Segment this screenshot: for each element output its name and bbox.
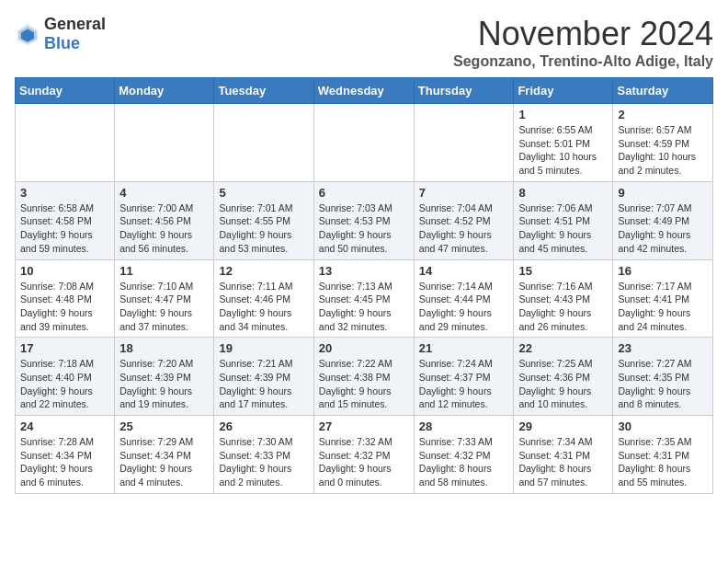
day-number: 22 xyxy=(518,341,608,355)
day-number: 5 xyxy=(219,186,308,200)
day-number: 6 xyxy=(319,186,409,200)
day-info: Sunrise: 7:18 AM Sunset: 4:40 PM Dayligh… xyxy=(20,357,109,411)
day-number: 25 xyxy=(119,419,209,433)
day-info: Sunrise: 7:01 AM Sunset: 4:55 PM Dayligh… xyxy=(219,201,308,256)
calendar-cell: 19Sunrise: 7:21 AM Sunset: 4:39 PM Dayli… xyxy=(214,338,313,416)
calendar-header-row: SundayMondayTuesdayWednesdayThursdayFrid… xyxy=(16,78,713,104)
calendar-cell: 28Sunrise: 7:33 AM Sunset: 4:32 PM Dayli… xyxy=(414,416,514,494)
day-info: Sunrise: 7:35 AM Sunset: 4:31 PM Dayligh… xyxy=(618,435,708,489)
day-number: 20 xyxy=(319,341,409,355)
day-number: 21 xyxy=(419,341,509,355)
calendar-cell: 29Sunrise: 7:34 AM Sunset: 4:31 PM Dayli… xyxy=(514,416,613,494)
day-number: 10 xyxy=(20,264,109,278)
day-info: Sunrise: 7:33 AM Sunset: 4:32 PM Dayligh… xyxy=(419,435,509,489)
day-number: 29 xyxy=(518,419,608,433)
calendar-cell: 1Sunrise: 6:55 AM Sunset: 5:01 PM Daylig… xyxy=(514,104,613,182)
day-number: 7 xyxy=(419,186,509,200)
day-number: 11 xyxy=(119,264,209,278)
day-number: 30 xyxy=(618,419,708,433)
day-info: Sunrise: 7:10 AM Sunset: 4:47 PM Dayligh… xyxy=(119,280,209,334)
calendar-cell: 3Sunrise: 6:58 AM Sunset: 4:58 PM Daylig… xyxy=(16,181,115,259)
day-info: Sunrise: 7:28 AM Sunset: 4:34 PM Dayligh… xyxy=(20,435,109,489)
calendar-cell: 15Sunrise: 7:16 AM Sunset: 4:43 PM Dayli… xyxy=(514,259,613,338)
day-info: Sunrise: 6:58 AM Sunset: 4:58 PM Dayligh… xyxy=(20,201,109,256)
day-info: Sunrise: 7:32 AM Sunset: 4:32 PM Dayligh… xyxy=(319,435,409,489)
day-number: 15 xyxy=(518,264,608,278)
calendar-cell: 23Sunrise: 7:27 AM Sunset: 4:35 PM Dayli… xyxy=(613,338,713,416)
calendar-cell: 25Sunrise: 7:29 AM Sunset: 4:34 PM Dayli… xyxy=(115,416,214,494)
calendar-cell: 11Sunrise: 7:10 AM Sunset: 4:47 PM Dayli… xyxy=(115,259,214,338)
calendar-cell: 24Sunrise: 7:28 AM Sunset: 4:34 PM Dayli… xyxy=(16,416,115,494)
day-info: Sunrise: 7:20 AM Sunset: 4:39 PM Dayligh… xyxy=(119,357,209,411)
day-number: 28 xyxy=(419,419,509,433)
day-info: Sunrise: 7:00 AM Sunset: 4:56 PM Dayligh… xyxy=(119,201,209,256)
header-sunday: Sunday xyxy=(16,78,115,104)
day-number: 14 xyxy=(419,264,509,278)
day-info: Sunrise: 7:30 AM Sunset: 4:33 PM Dayligh… xyxy=(219,435,308,489)
day-number: 17 xyxy=(20,341,109,355)
calendar-cell: 21Sunrise: 7:24 AM Sunset: 4:37 PM Dayli… xyxy=(414,338,514,416)
day-number: 2 xyxy=(618,108,708,121)
calendar-cell xyxy=(214,104,313,182)
calendar-cell xyxy=(313,104,414,182)
calendar-cell: 12Sunrise: 7:11 AM Sunset: 4:46 PM Dayli… xyxy=(214,259,313,338)
day-number: 9 xyxy=(618,186,708,200)
day-info: Sunrise: 7:13 AM Sunset: 4:45 PM Dayligh… xyxy=(319,280,409,334)
logo-general: General xyxy=(44,15,106,33)
calendar-cell: 5Sunrise: 7:01 AM Sunset: 4:55 PM Daylig… xyxy=(214,181,313,259)
calendar-cell: 30Sunrise: 7:35 AM Sunset: 4:31 PM Dayli… xyxy=(613,416,713,494)
calendar-week-row: 10Sunrise: 7:08 AM Sunset: 4:48 PM Dayli… xyxy=(16,259,713,338)
day-info: Sunrise: 6:55 AM Sunset: 5:01 PM Dayligh… xyxy=(518,123,608,178)
calendar-week-row: 3Sunrise: 6:58 AM Sunset: 4:58 PM Daylig… xyxy=(16,181,713,259)
day-number: 27 xyxy=(319,419,409,433)
calendar-week-row: 17Sunrise: 7:18 AM Sunset: 4:40 PM Dayli… xyxy=(16,338,713,416)
day-info: Sunrise: 7:07 AM Sunset: 4:49 PM Dayligh… xyxy=(618,201,708,256)
day-number: 23 xyxy=(618,341,708,355)
calendar-cell: 22Sunrise: 7:25 AM Sunset: 4:36 PM Dayli… xyxy=(514,338,613,416)
day-info: Sunrise: 7:29 AM Sunset: 4:34 PM Dayligh… xyxy=(119,435,209,489)
logo-blue: Blue xyxy=(44,34,80,52)
day-info: Sunrise: 6:57 AM Sunset: 4:59 PM Dayligh… xyxy=(618,123,708,178)
calendar-cell: 14Sunrise: 7:14 AM Sunset: 4:44 PM Dayli… xyxy=(414,259,514,338)
calendar-week-row: 24Sunrise: 7:28 AM Sunset: 4:34 PM Dayli… xyxy=(16,416,713,494)
month-title: November 2024 xyxy=(453,15,713,53)
day-info: Sunrise: 7:06 AM Sunset: 4:51 PM Dayligh… xyxy=(518,201,608,256)
calendar-cell: 10Sunrise: 7:08 AM Sunset: 4:48 PM Dayli… xyxy=(16,259,115,338)
location-title: Segonzano, Trentino-Alto Adige, Italy xyxy=(453,53,713,70)
title-area: November 2024 Segonzano, Trentino-Alto A… xyxy=(453,15,713,70)
calendar-cell xyxy=(414,104,514,182)
day-number: 1 xyxy=(518,108,608,121)
day-info: Sunrise: 7:34 AM Sunset: 4:31 PM Dayligh… xyxy=(518,435,608,489)
day-info: Sunrise: 7:17 AM Sunset: 4:41 PM Dayligh… xyxy=(618,280,708,334)
header-monday: Monday xyxy=(115,78,214,104)
header-wednesday: Wednesday xyxy=(313,78,414,104)
calendar-body: 1Sunrise: 6:55 AM Sunset: 5:01 PM Daylig… xyxy=(16,104,713,494)
day-number: 3 xyxy=(20,186,109,200)
logo-text: General Blue xyxy=(44,15,106,53)
day-info: Sunrise: 7:11 AM Sunset: 4:46 PM Dayligh… xyxy=(219,280,308,334)
calendar-cell: 18Sunrise: 7:20 AM Sunset: 4:39 PM Dayli… xyxy=(115,338,214,416)
calendar-table: SundayMondayTuesdayWednesdayThursdayFrid… xyxy=(15,77,713,494)
header-friday: Friday xyxy=(514,78,613,104)
calendar-cell: 7Sunrise: 7:04 AM Sunset: 4:52 PM Daylig… xyxy=(414,181,514,259)
calendar-cell: 16Sunrise: 7:17 AM Sunset: 4:41 PM Dayli… xyxy=(613,259,713,338)
day-info: Sunrise: 7:21 AM Sunset: 4:39 PM Dayligh… xyxy=(219,357,308,411)
day-number: 16 xyxy=(618,264,708,278)
logo: General Blue xyxy=(15,15,106,53)
day-info: Sunrise: 7:24 AM Sunset: 4:37 PM Dayligh… xyxy=(419,357,509,411)
header-saturday: Saturday xyxy=(613,78,713,104)
calendar-cell: 9Sunrise: 7:07 AM Sunset: 4:49 PM Daylig… xyxy=(613,181,713,259)
header-thursday: Thursday xyxy=(414,78,514,104)
day-info: Sunrise: 7:14 AM Sunset: 4:44 PM Dayligh… xyxy=(419,280,509,334)
day-number: 24 xyxy=(20,419,109,433)
header-tuesday: Tuesday xyxy=(214,78,313,104)
day-info: Sunrise: 7:04 AM Sunset: 4:52 PM Dayligh… xyxy=(419,201,509,256)
calendar-cell: 26Sunrise: 7:30 AM Sunset: 4:33 PM Dayli… xyxy=(214,416,313,494)
day-info: Sunrise: 7:22 AM Sunset: 4:38 PM Dayligh… xyxy=(319,357,409,411)
day-number: 19 xyxy=(219,341,308,355)
day-info: Sunrise: 7:27 AM Sunset: 4:35 PM Dayligh… xyxy=(618,357,708,411)
calendar-cell: 4Sunrise: 7:00 AM Sunset: 4:56 PM Daylig… xyxy=(115,181,214,259)
day-number: 8 xyxy=(518,186,608,200)
day-number: 13 xyxy=(319,264,409,278)
calendar-cell: 27Sunrise: 7:32 AM Sunset: 4:32 PM Dayli… xyxy=(313,416,414,494)
